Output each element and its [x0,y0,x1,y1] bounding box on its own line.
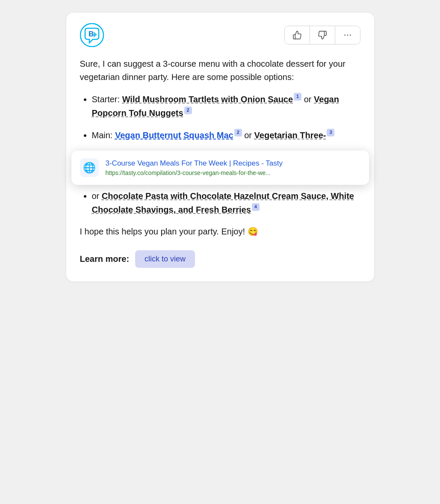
tooltip-title[interactable]: 3-Course Vegan Meals For The Week | Reci… [106,159,283,168]
citation-badge-2b[interactable]: 2 [234,129,242,136]
list-item: Main: Vegan Butternut Squash Mac2 or Veg… [92,128,360,142]
svg-marker-2 [94,32,97,38]
dessert-connector: or [92,191,102,201]
citation-badge-2[interactable]: 2 [184,107,192,114]
svg-point-4 [347,35,348,36]
citation-badge-4[interactable]: 4 [252,203,260,211]
main-label: Main: [92,130,115,140]
svg-point-3 [344,35,346,36]
intro-text: Sure, I can suggest a 3-course menu with… [80,57,360,84]
tooltip-url: https://tasty.co/compilation/3-course-ve… [106,169,283,176]
dessert-option[interactable]: Chocolate Pasta with Chocolate Hazelnut … [92,191,354,214]
chat-header: B [80,23,360,47]
citation-badge-3[interactable]: 3 [327,129,334,136]
starter-label: Starter: [92,95,122,104]
svg-point-5 [350,35,351,36]
learn-more-label: Learn more: [80,254,130,264]
list-item: or Chocolate Pasta with Chocolate Hazeln… [92,189,360,216]
thumbdown-button[interactable] [310,26,335,44]
bing-logo-icon: B [80,23,104,47]
tooltip-text: 3-Course Vegan Meals For The Week | Reci… [106,159,283,176]
citation-badge-1[interactable]: 1 [294,93,301,101]
tooltip-card[interactable]: 🌐 3-Course Vegan Meals For The Week | Re… [71,151,369,185]
main-connector: or [242,130,254,140]
starter-connector: or [301,95,314,104]
footer-text: I hope this helps you plan your party. E… [80,225,360,238]
list-item: Starter: Wild Mushroom Tartlets with Oni… [92,92,360,120]
feedback-buttons [284,26,360,44]
click-to-view-button[interactable]: click to view [135,250,195,268]
main-option2: Vegetarian Three- [254,130,326,140]
globe-icon: 🌐 [80,158,99,177]
dessert-list: or Chocolate Pasta with Chocolate Hazeln… [80,189,360,216]
thumbup-button[interactable] [285,26,310,44]
more-options-button[interactable] [335,26,360,44]
menu-list: Starter: Wild Mushroom Tartlets with Oni… [80,92,360,142]
starter-option1[interactable]: Wild Mushroom Tartlets with Onion Sauce [122,95,293,104]
main-option1[interactable]: Vegan Butternut Squash Mac [115,130,233,140]
learn-more-section: Learn more: click to view [80,250,360,268]
chat-response-card: B [66,13,374,282]
svg-text:B: B [89,30,94,38]
